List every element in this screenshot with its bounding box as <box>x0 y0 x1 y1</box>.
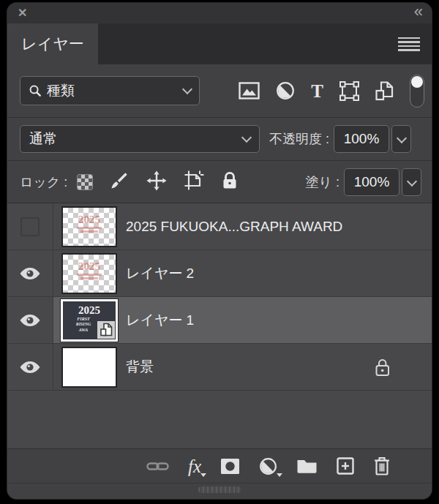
filter-kind-select[interactable]: 種類 <box>20 76 200 105</box>
pixel-layer-filter-icon[interactable] <box>239 82 260 99</box>
add-layer-mask-icon[interactable] <box>220 458 240 475</box>
visibility-cell[interactable] <box>7 250 53 296</box>
lock-all-icon[interactable] <box>222 171 238 193</box>
layers-empty-area <box>7 391 432 448</box>
filter-icons: T <box>239 75 424 108</box>
thumbnail-art-text: 2025 <box>63 305 116 316</box>
lock-position-icon[interactable] <box>146 170 167 194</box>
search-icon <box>29 84 42 97</box>
lock-artboard-nesting-icon[interactable] <box>184 170 204 193</box>
chevron-down-icon <box>406 176 416 186</box>
panel-menu-icon[interactable] <box>398 37 420 51</box>
layer-thumbnail[interactable]: 2025 <box>63 255 116 293</box>
layer-name[interactable]: レイヤー 1 <box>126 311 194 330</box>
lock-icons <box>78 170 238 194</box>
fill-input[interactable]: 100% <box>344 168 399 196</box>
layer-style-fx-icon[interactable]: fx <box>188 457 201 475</box>
panel-resize-strip <box>7 483 432 499</box>
bottom-toolbar: fx <box>7 448 432 483</box>
new-layer-icon[interactable] <box>337 457 354 475</box>
layer-name[interactable]: 2025 FUKUOKA...GRAPH AWARD <box>126 219 342 235</box>
collapse-panel-icon[interactable]: « <box>414 4 421 20</box>
triangle-down-icon <box>200 473 206 477</box>
visibility-hidden-icon <box>20 217 40 236</box>
eye-icon <box>19 361 41 374</box>
chevron-down-icon <box>241 132 252 143</box>
lock-row: ロック : <box>7 161 432 203</box>
layer-row-selected[interactable]: 2025 FIRST RISING AWA レイヤー 1 <box>7 297 432 344</box>
resize-grip-handle[interactable] <box>198 486 241 493</box>
panel-titlebar: ✕ « <box>7 3 432 23</box>
thumbnail-art-subtext: RISING <box>67 322 100 327</box>
fill-group: 塗り : 100% <box>296 168 421 196</box>
filter-row: 種類 T <box>7 64 432 118</box>
layer-locked-icon <box>374 357 391 377</box>
opacity-label: 不透明度 : <box>269 130 329 148</box>
smart-object-filter-icon[interactable] <box>375 81 394 101</box>
layers-list: 2025 2025 FUKUOKA...GRAPH AWARD 2025 レイヤ… <box>7 203 432 448</box>
smart-object-badge-icon <box>97 321 115 339</box>
lock-label: ロック : <box>20 173 67 191</box>
fill-dropdown-button[interactable] <box>402 168 421 196</box>
link-layers-icon[interactable] <box>146 460 169 473</box>
new-adjustment-layer-icon[interactable] <box>259 457 277 475</box>
layer-row[interactable]: 背景 <box>7 344 432 391</box>
fill-label: 塗り : <box>306 173 339 191</box>
opacity-input[interactable]: 100% <box>334 125 389 153</box>
blend-row: 通常 不透明度 : 100% <box>7 118 432 161</box>
layer-row[interactable]: 2025 2025 FUKUOKA...GRAPH AWARD <box>7 203 432 250</box>
delete-layer-icon[interactable] <box>373 456 391 476</box>
eye-icon <box>19 314 41 327</box>
layer-thumbnail[interactable]: 2025 FIRST RISING AWA <box>63 301 116 339</box>
visibility-cell[interactable] <box>7 203 53 249</box>
shape-layer-filter-icon[interactable] <box>339 81 359 101</box>
tab-layers[interactable]: レイヤー <box>7 23 98 64</box>
visibility-cell[interactable] <box>7 344 53 390</box>
triangle-down-icon <box>277 473 282 477</box>
thumbnail-art-subtext: AWA <box>67 328 100 333</box>
toggle-knob-icon <box>411 76 423 88</box>
lock-image-pixels-icon[interactable] <box>110 171 129 193</box>
visibility-cell[interactable] <box>7 297 53 343</box>
new-group-icon[interactable] <box>296 458 318 474</box>
layer-thumbnail[interactable]: 2025 <box>63 208 116 246</box>
close-icon[interactable]: ✕ <box>18 7 27 19</box>
thumbnail-art-text: 2025 <box>63 214 116 225</box>
thumbnail-art-text: 2025 <box>63 261 116 272</box>
filter-kind-label: 種類 <box>47 81 75 100</box>
chevron-down-icon <box>182 84 192 94</box>
filtering-toggle[interactable] <box>410 75 424 108</box>
layers-panel: ✕ « レイヤー 種類 <box>7 3 432 499</box>
lock-transparent-pixels-icon[interactable] <box>78 175 92 189</box>
chevron-down-icon <box>396 133 406 143</box>
layer-name[interactable]: レイヤー 2 <box>126 264 194 283</box>
adjustment-layer-filter-icon[interactable] <box>276 81 295 100</box>
blend-mode-select[interactable]: 通常 <box>20 125 260 153</box>
fx-label: fx <box>188 457 201 475</box>
tab-strip: レイヤー <box>7 23 432 64</box>
eye-icon <box>19 267 41 280</box>
layer-name[interactable]: 背景 <box>126 358 154 377</box>
layer-thumbnail[interactable] <box>63 348 116 386</box>
thumbnail-art-subtext: FIRST <box>67 317 100 322</box>
blend-mode-value: 通常 <box>29 129 57 148</box>
type-layer-filter-icon[interactable]: T <box>311 82 323 100</box>
opacity-dropdown-button[interactable] <box>391 125 411 153</box>
layer-row[interactable]: 2025 レイヤー 2 <box>7 250 432 297</box>
